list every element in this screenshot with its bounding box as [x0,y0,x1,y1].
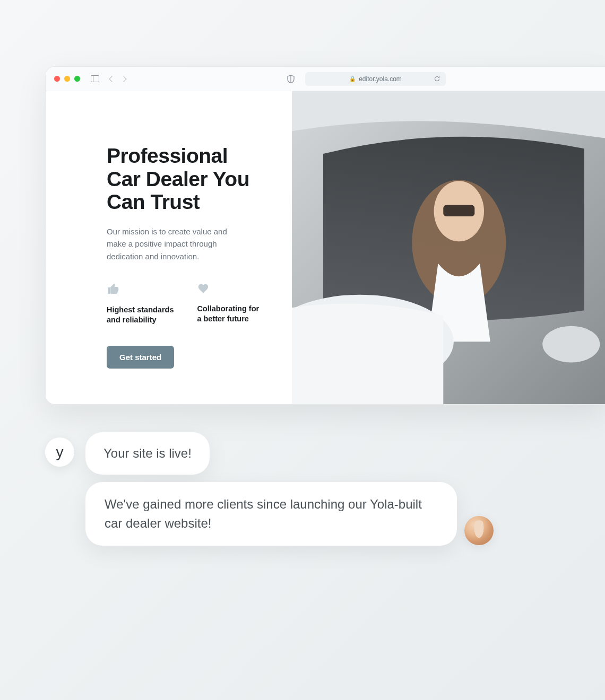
chat-bubble-user: We've gained more clients since launchin… [85,482,457,546]
maximize-window-button[interactable] [74,76,80,82]
hero-image [292,91,605,404]
get-started-button[interactable]: Get started [107,346,174,369]
page-content: Professional Car Dealer You Can Trust Ou… [46,91,605,404]
reload-icon[interactable] [434,75,440,82]
feature-label: Collaborating for a better future [197,304,265,325]
url-text: editor.yola.com [359,75,402,83]
chat-message-text: We've gained more clients since launchin… [105,497,422,530]
brand-avatar: y [45,438,74,467]
close-window-button[interactable] [54,76,60,82]
feature-label: Highest standards and reliability [107,305,175,326]
back-button[interactable] [109,76,115,82]
privacy-shield-icon[interactable] [287,75,295,83]
chat-bubble-brand: Your site is live! [85,432,210,475]
hero-subtitle: Our mission is to create value and make … [107,225,245,262]
lock-icon: 🔒 [349,76,356,82]
car-photo-placeholder [292,91,605,404]
thumb-up-icon [107,283,120,295]
hero-section: Professional Car Dealer You Can Trust Ou… [46,91,292,404]
nav-arrows [110,77,126,81]
browser-window: 🔒 editor.yola.com Professional Car Deale… [45,66,605,405]
browser-toolbar: 🔒 editor.yola.com [46,67,605,91]
feature-item: Highest standards and reliability [107,283,175,326]
heart-icon [197,283,210,294]
minimize-window-button[interactable] [64,76,70,82]
sidebar-toggle-icon[interactable] [91,75,99,82]
user-avatar [464,516,494,545]
chat-message-text: Your site is live! [103,446,192,460]
feature-item: Collaborating for a better future [197,283,265,326]
forward-button[interactable] [120,76,126,82]
hero-title: Professional Car Dealer You Can Trust [107,144,265,214]
svg-rect-3 [443,205,474,216]
svg-point-5 [542,326,600,363]
url-bar[interactable]: 🔒 editor.yola.com [305,72,445,86]
features-row: Highest standards and reliability Collab… [107,283,265,326]
brand-letter: y [56,444,64,461]
window-controls [54,76,80,82]
